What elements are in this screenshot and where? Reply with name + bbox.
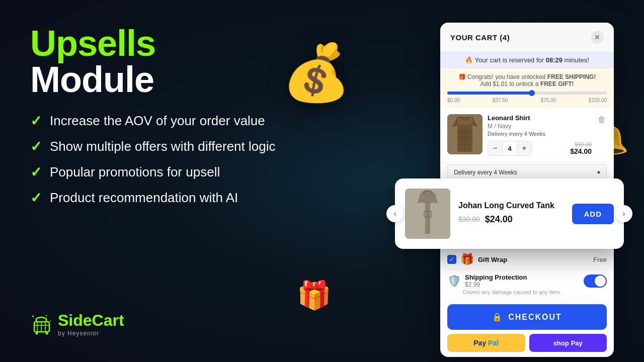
checkout-label: CHECKOUT	[508, 313, 562, 322]
logo-cart-icon: ✦ ✦ ✦	[30, 313, 53, 335]
svg-point-9	[46, 332, 48, 335]
prot-info: Shipping Protection $2.99	[465, 274, 527, 288]
paypal-logo: Pay	[473, 339, 486, 347]
close-button[interactable]: ✕	[591, 31, 604, 44]
cart-item: Leonard Shirt M / Navy Delivery every 4 …	[440, 108, 614, 162]
logo-text: SideCart by Heysenior	[58, 311, 124, 337]
item-name: Leonard Shirt	[488, 114, 592, 122]
timer-suffix: minutes!	[562, 56, 589, 64]
gift-wrap-price: Free	[593, 256, 607, 263]
item-delivery: Delivery every 4 Weeks	[488, 131, 592, 137]
upsell-price-row: $30.00 $24.00	[458, 214, 564, 225]
item-qty-row: − 4 + $30.00 $24.00	[488, 141, 592, 156]
money-bag-decoration: 💰	[282, 40, 351, 105]
logo-cart-word: Cart	[92, 311, 124, 329]
qty-control: − 4 +	[488, 141, 532, 156]
timer-time: 08:29	[546, 56, 562, 64]
shipping-protection-toggle[interactable]	[584, 275, 607, 288]
progress-label-1: $37.50	[493, 98, 508, 103]
checkout-button[interactable]: 🔒 CHECKOUT	[447, 304, 607, 330]
svg-point-8	[36, 332, 38, 335]
timer-banner: 🔥 Your cart is reserved for 08:29 minute…	[440, 52, 614, 68]
price-original: $30.00	[570, 141, 592, 147]
payment-row: Pay Pal shop Pay	[447, 334, 607, 352]
qty-decrease-button[interactable]: −	[488, 141, 502, 155]
check-icon-1: ✓	[30, 113, 42, 129]
add-to-cart-button[interactable]: ADD	[572, 204, 614, 224]
logo-sidecart-text: SideCart	[58, 311, 124, 330]
price-sale: $24.00	[570, 147, 592, 155]
progress-labels: $0.00 $37.50 $75.00 $150.00	[447, 98, 607, 103]
progress-bar-container	[447, 92, 607, 95]
progress-label-3: $150.00	[589, 98, 607, 103]
upsell-price-original: $30.00	[458, 215, 480, 223]
gift-wrap-name: Gift Wrap	[478, 256, 507, 263]
free-gift-text: FREE GIFT!	[540, 80, 574, 87]
shipping-banner: 🎁 Congrats! you have unlocked FREE SHIPP…	[440, 68, 614, 108]
prot-price: $2.99	[465, 281, 527, 288]
upsell-info: Johan Long Curved Tank $30.00 $24.00	[458, 201, 564, 227]
progress-bar-thumb	[529, 90, 535, 96]
logo-by: by Heysenior	[58, 330, 124, 337]
prot-name: Shipping Protection	[465, 274, 527, 281]
item-variant: M / Navy	[488, 123, 592, 130]
free-shipping-text: FREE SHIPPING!	[547, 73, 596, 80]
timer-text: 🔥 Your cart is reserved for	[465, 56, 546, 64]
upsell-prev-button[interactable]: ‹	[386, 205, 404, 222]
svg-text:✦: ✦	[31, 314, 35, 319]
svg-text:✦: ✦	[45, 314, 48, 317]
upsell-card: ‹ Johan Long Curved Tank $30.00 $24.00 A…	[395, 178, 624, 249]
lock-icon: 🔒	[492, 312, 503, 322]
gift-wrap-checkbox[interactable]: ✓	[447, 255, 456, 264]
feature-text-3: Popular promotions for upsell	[50, 164, 220, 180]
upsell-price-sale: $24.00	[485, 214, 513, 225]
feature-text-4: Product recommendation with AI	[50, 190, 238, 206]
shield-icon: 🛡️	[447, 275, 461, 288]
shoppay-pay: Pay	[571, 339, 583, 347]
logo-side: Side	[58, 311, 92, 329]
shirt-image-svg	[447, 114, 482, 154]
gift-boxes-decoration: 🎁	[297, 279, 332, 312]
shoppay-label: shop	[553, 339, 569, 347]
upsell-product-name: Johan Long Curved Tank	[458, 201, 564, 210]
item-price: $30.00 $24.00	[570, 141, 592, 155]
feature-item-1: ✓ Increase the AOV of your order value	[30, 113, 332, 129]
qty-increase-button[interactable]: +	[517, 141, 531, 155]
gift-wrap-left: ✓ 🎁 Gift Wrap	[447, 253, 507, 266]
feature-text-2: Show multiple offers with different logi…	[50, 139, 276, 154]
upsell-next-button[interactable]: ›	[615, 205, 632, 222]
item-image	[447, 114, 482, 154]
check-icon-2: ✓	[30, 138, 42, 155]
cart-logo-svg: ✦ ✦ ✦	[30, 313, 53, 335]
upsell-image	[405, 189, 450, 239]
shipping-text: 🎁 Congrats! you have unlocked FREE SHIPP…	[447, 73, 607, 87]
prot-left: 🛡️ Shipping Protection $2.99	[447, 274, 527, 288]
progress-label-0: $0.00	[447, 98, 460, 103]
qty-value: 4	[502, 143, 517, 154]
feature-text-1: Increase the AOV of your order value	[50, 113, 265, 129]
shipping-prot-top: 🛡️ Shipping Protection $2.99	[447, 274, 607, 288]
cart-header: YOUR CART (4) ✕	[440, 23, 614, 52]
shoppay-button[interactable]: shop Pay	[529, 334, 607, 352]
paypal-button[interactable]: Pay Pal	[447, 334, 525, 352]
feature-item-2: ✓ Show multiple offers with different lo…	[30, 138, 332, 155]
paypal-pal: Pal	[488, 339, 499, 347]
check-icon-4: ✓	[30, 190, 42, 206]
toggle-knob	[595, 276, 606, 287]
features-list: ✓ Increase the AOV of your order value ✓…	[30, 113, 332, 206]
tank-image-svg	[405, 189, 450, 239]
item-details: Leonard Shirt M / Navy Delivery every 4 …	[488, 114, 592, 156]
cart-panel: YOUR CART (4) ✕ 🔥 Your cart is reserved …	[440, 23, 614, 186]
progress-bar-fill	[447, 92, 532, 95]
chevron-down-icon: ▾	[597, 169, 600, 176]
svg-rect-3	[34, 322, 49, 332]
check-icon-3: ✓	[30, 164, 42, 180]
cart-title: YOUR CART (4)	[450, 33, 510, 42]
shipping-protection-row: 🛡️ Shipping Protection $2.99 Covers any …	[447, 269, 607, 299]
gift-wrap-row: ✓ 🎁 Gift Wrap Free	[447, 249, 607, 269]
feature-item-4: ✓ Product recommendation with AI	[30, 190, 332, 206]
feature-item-3: ✓ Popular promotions for upsell	[30, 164, 332, 180]
delete-button[interactable]: 🗑	[597, 114, 607, 125]
logo: ✦ ✦ ✦ SideCart by Heysenior	[30, 311, 332, 337]
svg-text:✦: ✦	[49, 319, 51, 322]
